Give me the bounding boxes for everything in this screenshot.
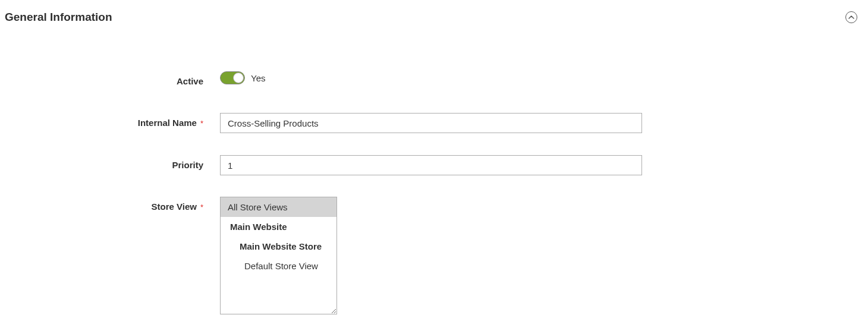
form-container: Active Yes Internal Name Priority Store … [0, 24, 868, 314]
form-row-priority: Priority [0, 155, 868, 175]
internal-name-input[interactable] [220, 113, 642, 133]
store-view-option-store[interactable]: Main Website Store [221, 237, 336, 256]
active-toggle[interactable] [220, 71, 245, 84]
priority-input[interactable] [220, 155, 642, 175]
store-view-multiselect[interactable]: All Store Views Main Website Main Websit… [220, 197, 337, 314]
active-control: Yes [220, 71, 265, 84]
store-view-label: Store View [0, 197, 220, 218]
store-view-option-default[interactable]: Default Store View [221, 256, 336, 276]
toggle-knob [233, 73, 244, 83]
priority-control [220, 155, 642, 175]
priority-label: Priority [0, 155, 220, 175]
chevron-up-icon [848, 14, 854, 20]
store-view-control: All Store Views Main Website Main Websit… [220, 197, 337, 314]
form-row-active: Active Yes [0, 71, 868, 92]
active-label: Active [0, 71, 220, 92]
section-header: General Information [0, 0, 868, 24]
active-value-label: Yes [251, 73, 265, 83]
internal-name-control [220, 113, 642, 133]
internal-name-label: Internal Name [0, 113, 220, 134]
active-toggle-wrapper: Yes [220, 71, 265, 84]
store-view-option-all[interactable]: All Store Views [221, 197, 336, 217]
section-title: General Information [5, 11, 112, 24]
form-row-internal-name: Internal Name [0, 113, 868, 134]
form-row-store-view: Store View All Store Views Main Website … [0, 197, 868, 314]
collapse-toggle-icon[interactable] [845, 11, 857, 23]
store-view-option-website[interactable]: Main Website [221, 217, 336, 237]
